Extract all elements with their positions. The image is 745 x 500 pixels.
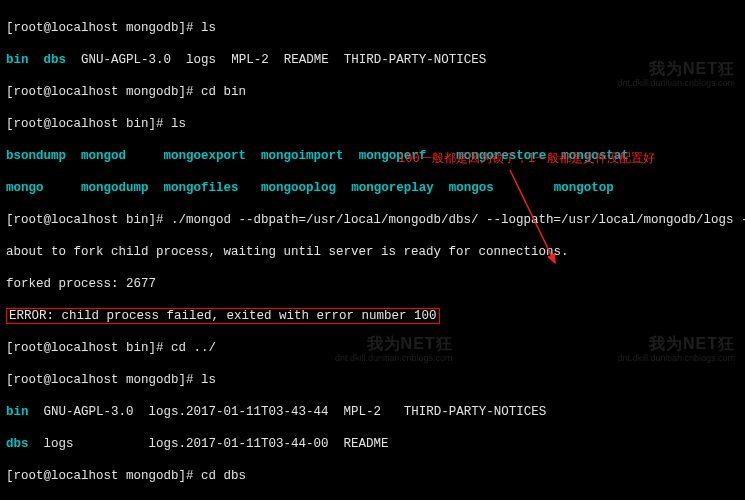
error-highlight: ERROR: child process failed, exited with… xyxy=(6,308,440,324)
command: cd bin xyxy=(201,85,246,99)
prompt: [root@localhost bin]# xyxy=(6,117,171,131)
output: forked process: 2677 xyxy=(6,276,739,292)
error-line: ERROR: child process failed, exited with… xyxy=(6,308,739,324)
prompt: [root@localhost bin]# xyxy=(6,341,171,355)
command: ls xyxy=(171,117,186,131)
ls-output: mongo mongodump mongofiles mongooplog mo… xyxy=(6,180,739,196)
line: [root@localhost mongodb]# ls xyxy=(6,20,739,36)
ls-output: bin dbs GNU-AGPL-3.0 logs MPL-2 README T… xyxy=(6,52,739,68)
prompt: [root@localhost mongodb]# xyxy=(6,85,201,99)
command: ls xyxy=(201,21,216,35)
prompt: [root@localhost mongodb]# xyxy=(6,469,201,483)
prompt: [root@localhost mongodb]# xyxy=(6,373,201,387)
command: cd dbs xyxy=(201,469,246,483)
annotation-text: 100一般都是因为锁了，1一般都是文件没配置好 xyxy=(398,150,655,166)
terminal[interactable]: [root@localhost mongodb]# ls bin dbs GNU… xyxy=(0,0,745,500)
prompt: [root@localhost mongodb]# xyxy=(6,21,201,35)
ls-output: bin GNU-AGPL-3.0 logs.2017-01-11T03-43-4… xyxy=(6,404,739,420)
ls-output: dbs logs logs.2017-01-11T03-44-00 README xyxy=(6,436,739,452)
prompt: [root@localhost bin]# xyxy=(6,213,171,227)
command: ./mongod --dbpath=/usr/local/mongodb/dbs… xyxy=(171,213,745,227)
command: ls xyxy=(201,373,216,387)
output: about to fork child process, waiting unt… xyxy=(6,244,739,260)
command: cd ../ xyxy=(171,341,216,355)
